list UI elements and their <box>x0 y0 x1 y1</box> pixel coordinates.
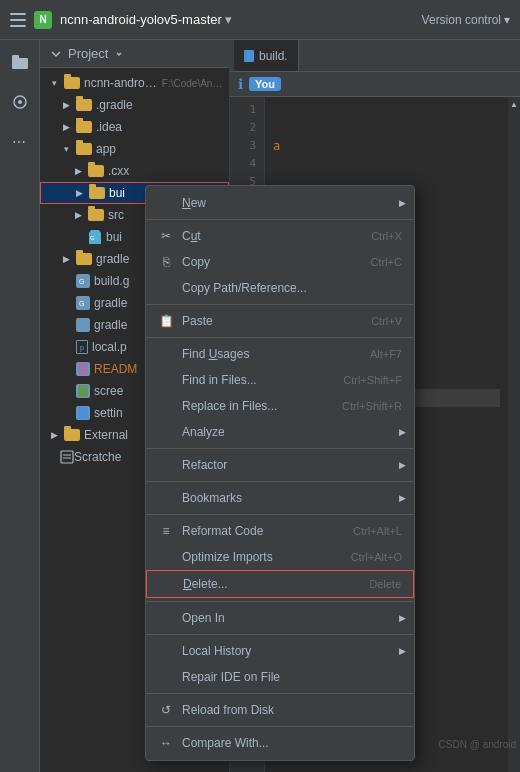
bookmarks-icon <box>158 490 174 506</box>
notification-bar: ℹ You <box>230 72 520 97</box>
menu-sep-6 <box>146 514 414 515</box>
folder-icon-idea <box>76 121 92 133</box>
menu-item-replace-in-files[interactable]: Replace in Files... Ctrl+Shift+R <box>146 393 414 419</box>
tree-label-settings: settin <box>94 406 123 420</box>
menu-item-repair-ide[interactable]: Repair IDE on File <box>146 664 414 690</box>
code-line-2 <box>273 119 500 137</box>
new-icon <box>158 195 174 211</box>
tree-label-build-gradle-app: bui <box>106 230 122 244</box>
tree-item-gradle-hidden[interactable]: ▶ .gradle <box>40 94 229 116</box>
tab-file-icon <box>244 50 254 62</box>
tree-label-gradlew: gradle <box>94 318 127 332</box>
tree-path-hint: F:\Code\Android_Studio\yolo <box>162 78 225 89</box>
menu-label-refactor: Refactor <box>182 458 402 472</box>
svg-point-3 <box>18 100 22 104</box>
local-props-icon: p <box>76 340 88 354</box>
folder-icon-src <box>88 209 104 221</box>
code-line-3: a <box>273 137 500 155</box>
build-icon: G <box>76 274 90 288</box>
optimize-icon <box>158 549 174 565</box>
tree-label-bui: bui <box>109 186 125 200</box>
sidebar-icon-folder[interactable] <box>6 48 34 76</box>
menu-sep-5 <box>146 481 414 482</box>
copy-icon: ⎘ <box>158 254 174 270</box>
chevron-icon: ▶ <box>73 187 85 199</box>
screenshot-icon <box>76 384 90 398</box>
menu-item-delete[interactable]: Delete... Delete <box>146 570 414 598</box>
menu-sep-7 <box>146 601 414 602</box>
tree-item-app[interactable]: ▾ app <box>40 138 229 160</box>
svg-rect-13 <box>61 451 73 463</box>
code-line-4 <box>273 155 500 173</box>
tree-item-idea[interactable]: ▶ .idea <box>40 116 229 138</box>
version-control-button[interactable]: Version control ▾ <box>422 13 510 27</box>
open-in-icon <box>158 610 174 626</box>
menu-sep-9 <box>146 693 414 694</box>
folder-icon-gradle <box>76 99 92 111</box>
menu-item-find-in-files[interactable]: Find in Files... Ctrl+Shift+F <box>146 367 414 393</box>
menu-label-open-in: Open In <box>182 611 402 625</box>
menu-item-open-in[interactable]: Open In <box>146 605 414 631</box>
sidebar-icons: ⋯ <box>0 40 40 772</box>
menu-item-local-history[interactable]: Local History <box>146 638 414 664</box>
menu-sep-4 <box>146 448 414 449</box>
menu-item-new[interactable]: New <box>146 190 414 216</box>
cut-icon: ✂ <box>158 228 174 244</box>
sidebar-icon-more[interactable]: ⋯ <box>6 128 34 156</box>
project-header-chevron <box>114 49 124 59</box>
folder-icon-cxx <box>88 165 104 177</box>
tree-label-external: External <box>84 428 128 442</box>
tree-label-local-props: local.p <box>92 340 127 354</box>
reformat-icon: ≡ <box>158 523 174 539</box>
delete-shortcut: Delete <box>369 578 401 590</box>
menu-label-replace-in-files: Replace in Files... <box>182 399 322 413</box>
menu-label-reformat: Reformat Code <box>182 524 333 538</box>
folder-icon-root <box>64 77 80 89</box>
menu-item-bookmarks[interactable]: Bookmarks <box>146 485 414 511</box>
tree-label-root: ncnn-android-yolov5-master <box>84 76 158 90</box>
menu-item-reformat[interactable]: ≡ Reformat Code Ctrl+Alt+L <box>146 518 414 544</box>
scratches-icon <box>60 450 74 464</box>
ln-1: 1 <box>230 101 264 119</box>
info-icon: ℹ <box>238 76 243 92</box>
menu-item-copy[interactable]: ⎘ Copy Ctrl+C <box>146 249 414 275</box>
scroll-up-arrow[interactable]: ▲ <box>509 99 519 109</box>
tree-label-app: app <box>96 142 116 156</box>
menu-item-cut[interactable]: ✂ Cut Ctrl+X <box>146 223 414 249</box>
hamburger-menu-button[interactable] <box>10 13 26 27</box>
menu-item-paste[interactable]: 📋 Paste Ctrl+V <box>146 308 414 334</box>
title-bar: N ncnn-android-yolov5-master ▾ Version c… <box>0 0 520 40</box>
menu-label-bookmarks: Bookmarks <box>182 491 402 505</box>
refactor-icon <box>158 457 174 473</box>
menu-label-new: New <box>182 196 402 210</box>
menu-label-repair-ide: Repair IDE on File <box>182 670 402 684</box>
menu-item-reload[interactable]: ↺ Reload from Disk <box>146 697 414 723</box>
menu-item-copy-path[interactable]: Copy Path/Reference... <box>146 275 414 301</box>
gradle-icon-build: G <box>88 230 102 244</box>
sidebar-icon-vcs[interactable] <box>6 88 34 116</box>
watermark: CSDN @ android <box>439 739 516 750</box>
menu-item-compare-with[interactable]: ↔ Compare With... <box>146 730 414 756</box>
menu-item-refactor[interactable]: Refactor <box>146 452 414 478</box>
chevron-icon: ▶ <box>72 209 84 221</box>
project-header-label: Project <box>68 46 108 61</box>
editor-tab-build[interactable]: build. <box>234 40 299 71</box>
project-dropdown-icon <box>50 48 62 60</box>
menu-sep-8 <box>146 634 414 635</box>
tree-label-idea: .idea <box>96 120 122 134</box>
tree-item-root[interactable]: ▾ ncnn-android-yolov5-master F:\Code\And… <box>40 72 229 94</box>
code-line-1 <box>273 101 500 119</box>
project-title: ncnn-android-yolov5-master ▾ <box>60 12 414 27</box>
chevron-icon: ▶ <box>48 429 60 441</box>
project-panel-header[interactable]: Project <box>40 40 229 68</box>
menu-item-optimize-imports[interactable]: Optimize Imports Ctrl+Alt+O <box>146 544 414 570</box>
copy-path-icon <box>158 280 174 296</box>
menu-item-analyze[interactable]: Analyze <box>146 419 414 445</box>
menu-sep-3 <box>146 337 414 338</box>
chevron-icon: ▶ <box>60 253 72 265</box>
tree-item-cxx[interactable]: ▶ .cxx <box>40 160 229 182</box>
chevron-icon: ▾ <box>60 143 72 155</box>
menu-item-find-usages[interactable]: Find Usages Alt+F7 <box>146 341 414 367</box>
svg-rect-9 <box>78 319 88 331</box>
ln-3: 3 <box>230 137 264 155</box>
